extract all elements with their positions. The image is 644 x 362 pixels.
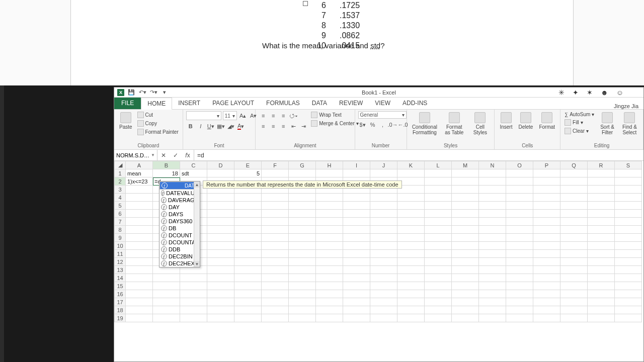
grid[interactable]: ◢ A B C D E F G H I J K L M N O P Q R S	[114, 161, 643, 361]
row-header-1[interactable]: 1	[115, 169, 126, 177]
increase-indent-button[interactable]: ⇥	[299, 122, 308, 131]
paste-button[interactable]: Paste	[117, 111, 134, 131]
grow-font-button[interactable]: A▴	[238, 111, 248, 120]
tab-addins[interactable]: ADD-INS	[396, 97, 433, 109]
wrap-text-button[interactable]: Wrap Text	[310, 111, 360, 119]
tab-home[interactable]: HOME	[141, 98, 172, 110]
number-format-select[interactable]: General▾	[358, 111, 407, 119]
qat-redo-button[interactable]: ↷▾	[149, 88, 157, 97]
row-header-9[interactable]: 9	[115, 234, 126, 242]
col-header-A[interactable]: A	[126, 161, 153, 169]
col-header-Q[interactable]: Q	[560, 161, 588, 169]
copy-button[interactable]: Copy	[136, 120, 180, 127]
row-header-16[interactable]: 16	[115, 290, 126, 298]
align-center-button[interactable]: ≡	[269, 122, 278, 131]
fx-button[interactable]: fx	[182, 150, 194, 160]
select-all-corner[interactable]: ◢	[115, 161, 126, 169]
borders-button[interactable]: ▦▾	[216, 122, 225, 131]
fill-color-button[interactable]: ◢▾	[226, 122, 235, 131]
decrease-decimal-button[interactable]: ←.0	[398, 120, 408, 129]
cell-E1[interactable]: 5	[234, 169, 262, 177]
format-cells-button[interactable]: Format	[537, 111, 557, 131]
scroll-up-icon[interactable]: ▲	[194, 182, 200, 188]
tab-data[interactable]: DATA	[306, 97, 333, 109]
qat-save-button[interactable]: 💾	[127, 88, 135, 97]
col-header-I[interactable]: I	[343, 161, 370, 169]
align-bottom-button[interactable]: ≡	[279, 111, 288, 120]
tab-insert[interactable]: INSERT	[172, 97, 206, 109]
fill-button[interactable]: Fill ▾	[564, 119, 595, 126]
tab-file[interactable]: FILE	[114, 97, 141, 109]
merge-center-button[interactable]: Merge & Center ▾	[310, 120, 360, 127]
signed-in-user[interactable]: Jingze Jia	[614, 103, 643, 109]
align-top-button[interactable]: ≡	[259, 111, 268, 120]
cell-C1[interactable]: sdt	[180, 169, 207, 177]
col-header-H[interactable]: H	[316, 161, 343, 169]
col-header-L[interactable]: L	[425, 161, 452, 169]
row-header-2[interactable]: 2	[115, 177, 126, 186]
row-header-4[interactable]: 4	[115, 194, 126, 202]
col-header-S[interactable]: S	[615, 161, 642, 169]
row-header-13[interactable]: 13	[115, 266, 126, 274]
name-box[interactable]: NORM.S.D…▼	[114, 150, 157, 160]
cell-A2[interactable]: 1)x<=23	[126, 177, 153, 186]
qat-undo-button[interactable]: ↶▾	[138, 88, 146, 97]
row-header-19[interactable]: 19	[115, 314, 126, 322]
align-middle-button[interactable]: ≡	[269, 111, 278, 120]
cut-button[interactable]: Cut	[136, 111, 180, 119]
conditional-formatting-button[interactable]: Conditional Formatting	[410, 111, 439, 136]
scroll-down-icon[interactable]: ▼	[194, 261, 200, 267]
orientation-button[interactable]: ⭯▾	[289, 111, 298, 120]
ac-scrollbar[interactable]: ▲ ▼	[194, 182, 200, 267]
col-header-F[interactable]: F	[262, 161, 289, 169]
align-right-button[interactable]: ≡	[279, 122, 288, 131]
bold-button[interactable]: B	[186, 122, 195, 131]
col-header-E[interactable]: E	[234, 161, 262, 169]
comma-button[interactable]: ,	[378, 120, 387, 129]
row-header-8[interactable]: 8	[115, 226, 126, 234]
tab-view[interactable]: VIEW	[369, 97, 396, 109]
col-header-R[interactable]: R	[588, 161, 615, 169]
row-header-6[interactable]: 6	[115, 210, 126, 218]
decrease-indent-button[interactable]: ⇤	[289, 122, 298, 131]
col-header-O[interactable]: O	[506, 161, 533, 169]
col-header-B[interactable]: B	[153, 161, 180, 169]
col-header-J[interactable]: J	[370, 161, 397, 169]
row-header-14[interactable]: 14	[115, 274, 126, 282]
increase-decimal-button[interactable]: .0→	[388, 120, 397, 129]
row-header-7[interactable]: 7	[115, 218, 126, 226]
percent-button[interactable]: %	[368, 120, 377, 129]
formula-bar-input[interactable]: =d	[194, 150, 643, 160]
tab-formulas[interactable]: FORMULAS	[260, 97, 306, 109]
cell-B1[interactable]: 18	[153, 169, 180, 177]
row-header-11[interactable]: 11	[115, 250, 126, 258]
tab-page-layout[interactable]: PAGE LAYOUT	[206, 97, 260, 109]
align-left-button[interactable]: ≡	[259, 122, 268, 131]
font-color-button[interactable]: A▾	[236, 122, 246, 131]
cancel-formula-button[interactable]: ✕	[157, 150, 170, 160]
format-painter-button[interactable]: Format Painter	[136, 128, 180, 136]
italic-button[interactable]: I	[196, 122, 205, 131]
sort-filter-button[interactable]: Sort & Filter	[597, 111, 617, 136]
clear-button[interactable]: Clear ▾	[564, 127, 595, 135]
col-header-C[interactable]: C	[180, 161, 207, 169]
row-header-5[interactable]: 5	[115, 202, 126, 210]
accounting-format-button[interactable]: $▾	[358, 120, 367, 129]
col-header-K[interactable]: K	[397, 161, 425, 169]
row-header-15[interactable]: 15	[115, 282, 126, 290]
format-as-table-button[interactable]: Format as Table	[441, 111, 467, 136]
col-header-G[interactable]: G	[289, 161, 316, 169]
row-header-10[interactable]: 10	[115, 242, 126, 250]
col-header-P[interactable]: P	[533, 161, 560, 169]
cell-D1[interactable]	[207, 169, 234, 177]
font-size-select[interactable]: 11▾	[223, 111, 237, 120]
cell-A1[interactable]: mean	[126, 169, 153, 177]
find-select-button[interactable]: Find & Select	[619, 111, 640, 136]
autosum-button[interactable]: ∑ AutoSum ▾	[564, 111, 595, 118]
col-header-D[interactable]: D	[207, 161, 234, 169]
row-header-3[interactable]: 3	[115, 186, 126, 194]
insert-cells-button[interactable]: Insert	[498, 111, 514, 131]
row-header-12[interactable]: 12	[115, 258, 126, 266]
row-header-18[interactable]: 18	[115, 306, 126, 314]
col-header-N[interactable]: N	[479, 161, 506, 169]
